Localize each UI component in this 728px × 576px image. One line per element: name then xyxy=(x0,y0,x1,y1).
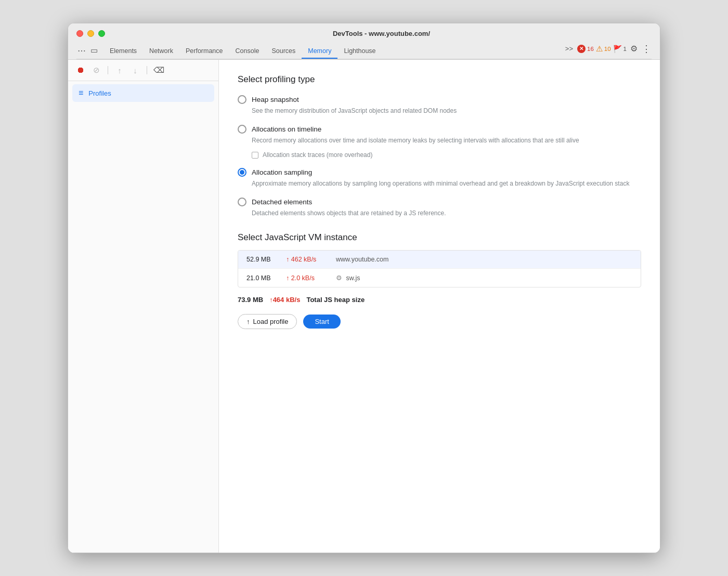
detached-elements-desc: Detached elements shows objects that are… xyxy=(252,208,641,218)
maximize-button[interactable] xyxy=(98,30,105,37)
select-element-icon[interactable]: ⋯ xyxy=(76,45,87,56)
toolbar-separator-1 xyxy=(108,66,108,74)
tab-sources[interactable]: Sources xyxy=(265,44,302,59)
info-badge[interactable]: 🚩 1 xyxy=(613,45,627,53)
clear-btn[interactable]: ⌫ xyxy=(152,64,165,76)
detached-elements-radio[interactable] xyxy=(238,198,246,206)
vm-rate-value-1: 2.0 kB/s xyxy=(291,274,315,282)
allocation-stack-traces-row: Allocation stack traces (more overhead) xyxy=(252,151,641,159)
allocation-sampling-radio[interactable] xyxy=(238,168,246,177)
total-label: Total JS heap size xyxy=(306,296,365,304)
devtools-status-icons: >> ✕ 16 ⚠ 10 🚩 1 ⚙ ⋮ xyxy=(563,42,652,59)
vm-instances-table: 52.9 MB ↑ 462 kB/s www.youtube.com 21.0 … xyxy=(238,250,641,287)
allocation-stack-traces-checkbox[interactable] xyxy=(252,152,258,159)
minimize-button[interactable] xyxy=(87,30,94,37)
record-btn[interactable]: ⏺ xyxy=(74,64,87,76)
titlebar-top: DevTools - www.youtube.com/ xyxy=(76,30,652,37)
more-options-icon[interactable]: ⋮ xyxy=(641,44,652,54)
profiles-icon: ≡ xyxy=(79,88,83,98)
info-count: 1 xyxy=(623,46,627,52)
sidebar-toolbar: ⏺ ⊘ ↑ ↓ ⌫ xyxy=(68,60,218,81)
allocation-sampling-row[interactable]: Allocation sampling xyxy=(238,168,641,177)
upload-icon: ↑ xyxy=(246,318,250,325)
tab-memory[interactable]: Memory xyxy=(302,44,337,59)
vm-name-1: ⚙ sw.js xyxy=(336,274,360,282)
stop-btn[interactable]: ⊘ xyxy=(90,64,102,76)
option-heap-snapshot: Heap snapshot See the memory distributio… xyxy=(238,95,641,115)
option-allocations-timeline: Allocations on timeline Record memory al… xyxy=(238,125,641,159)
content-panel: Select profiling type Heap snapshot See … xyxy=(219,60,660,553)
tab-elements[interactable]: Elements xyxy=(103,44,143,59)
total-rate-value: 464 kB/s xyxy=(273,296,301,304)
device-toolbar-icon[interactable]: ▭ xyxy=(89,45,99,56)
close-button[interactable] xyxy=(76,30,83,37)
profiling-type-title: Select profiling type xyxy=(238,74,641,85)
sidebar-item-label: Profiles xyxy=(88,89,111,97)
total-size: 73.9 MB xyxy=(238,296,263,304)
start-button[interactable]: Start xyxy=(303,315,340,329)
vm-rate-arrow-0: ↑ xyxy=(286,256,289,263)
load-profile-label: Load profile xyxy=(253,318,289,325)
error-badge[interactable]: ✕ 16 xyxy=(577,45,594,53)
option-allocation-sampling: Allocation sampling Approximate memory a… xyxy=(238,168,641,188)
vm-section-title: Select JavaScript VM instance xyxy=(238,232,641,243)
load-profile-button[interactable]: ↑ Load profile xyxy=(238,314,297,329)
download-btn[interactable]: ↓ xyxy=(129,64,141,76)
main-layout: ⏺ ⊘ ↑ ↓ ⌫ ≡ Profiles Select profiling ty… xyxy=(68,60,660,553)
error-count: 16 xyxy=(587,46,594,52)
error-icon: ✕ xyxy=(577,45,586,53)
vm-rate-1: ↑ 2.0 kB/s xyxy=(286,274,328,282)
window-title: DevTools - www.youtube.com/ xyxy=(111,30,652,37)
tab-console[interactable]: Console xyxy=(229,44,266,59)
toolbar-separator-2 xyxy=(147,66,147,74)
total-rate: ↑464 kB/s xyxy=(269,296,300,304)
heap-snapshot-radio[interactable] xyxy=(238,95,246,104)
heap-snapshot-desc: See the memory distribution of JavaScrip… xyxy=(252,106,641,115)
tab-performance[interactable]: Performance xyxy=(179,44,229,59)
allocations-timeline-row[interactable]: Allocations on timeline xyxy=(238,125,641,134)
footer-stats: 73.9 MB ↑464 kB/s Total JS heap size xyxy=(238,296,641,304)
radio-group: Heap snapshot See the memory distributio… xyxy=(238,95,641,218)
titlebar: DevTools - www.youtube.com/ ⋯ ▭ Elements… xyxy=(68,23,660,60)
vm-icon-1: ⚙ xyxy=(336,274,342,282)
detached-elements-row[interactable]: Detached elements xyxy=(238,198,641,206)
sidebar-item-profiles[interactable]: ≡ Profiles xyxy=(72,84,214,102)
tab-network[interactable]: Network xyxy=(143,44,179,59)
sidebar: ⏺ ⊘ ↑ ↓ ⌫ ≡ Profiles xyxy=(68,60,219,553)
vm-rate-arrow-1: ↑ xyxy=(286,274,289,282)
vm-row-0[interactable]: 52.9 MB ↑ 462 kB/s www.youtube.com xyxy=(238,251,641,269)
allocation-stack-traces-label: Allocation stack traces (more overhead) xyxy=(263,151,372,159)
option-detached-elements: Detached elements Detached elements show… xyxy=(238,198,641,218)
allocation-sampling-label: Allocation sampling xyxy=(252,168,312,176)
warning-icon: ⚠ xyxy=(596,44,603,54)
vm-row-1[interactable]: 21.0 MB ↑ 2.0 kB/s ⚙ sw.js xyxy=(238,269,641,287)
heap-snapshot-row[interactable]: Heap snapshot xyxy=(238,95,641,104)
devtools-window: DevTools - www.youtube.com/ ⋯ ▭ Elements… xyxy=(68,23,660,553)
allocation-sampling-desc: Approximate memory allocations by sampli… xyxy=(252,179,641,188)
heap-snapshot-label: Heap snapshot xyxy=(252,96,299,103)
info-icon: 🚩 xyxy=(613,45,622,53)
footer-buttons: ↑ Load profile Start xyxy=(238,314,641,329)
settings-icon[interactable]: ⚙ xyxy=(629,44,639,54)
allocations-timeline-label: Allocations on timeline xyxy=(252,125,321,133)
detached-elements-label: Detached elements xyxy=(252,198,312,206)
more-tabs-btn[interactable]: >> xyxy=(563,42,575,56)
vm-size-1: 21.0 MB xyxy=(246,274,278,282)
allocations-timeline-radio[interactable] xyxy=(238,125,246,134)
upload-btn[interactable]: ↑ xyxy=(113,64,126,76)
allocations-timeline-desc: Record memory allocations over time and … xyxy=(252,136,641,145)
vm-size-0: 52.9 MB xyxy=(246,256,278,263)
tab-lighthouse[interactable]: Lighthouse xyxy=(337,44,382,59)
warning-count: 10 xyxy=(604,46,611,52)
traffic-lights xyxy=(76,30,105,37)
tab-bar: ⋯ ▭ Elements Network Performance Console… xyxy=(76,42,652,59)
vm-name-0: www.youtube.com xyxy=(336,256,388,263)
vm-rate-value-0: 462 kB/s xyxy=(291,256,317,263)
warning-badge[interactable]: ⚠ 10 xyxy=(596,44,611,54)
vm-rate-0: ↑ 462 kB/s xyxy=(286,256,328,263)
